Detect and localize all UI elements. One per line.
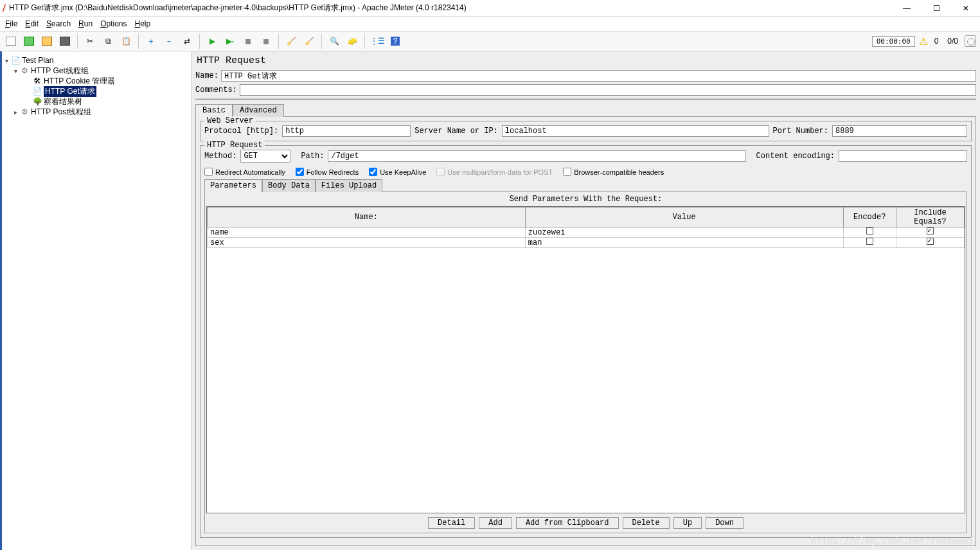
start-no-timers-icon[interactable]: ▶• — [223, 34, 237, 48]
collapse-icon[interactable]: － — [162, 34, 176, 48]
name-field[interactable] — [221, 70, 976, 82]
table-row[interactable]: sexman — [208, 238, 965, 248]
tab-advanced[interactable]: Advanced — [233, 104, 284, 117]
btn-add-from-clipboard[interactable]: Add from Clipboard — [516, 517, 619, 529]
tree-thread-group-get[interactable]: ▾⚙HTTP Get线程组 — [3, 66, 188, 76]
col-equals[interactable]: Include Equals? — [896, 208, 964, 227]
port-field[interactable] — [832, 125, 967, 137]
body-subtabs: Parameters Body Data Files Upload — [204, 179, 967, 191]
reset-search-icon[interactable]: 🧽 — [345, 34, 359, 48]
encoding-label: Content encoding: — [756, 152, 835, 161]
param-encode[interactable] — [843, 227, 896, 238]
path-field[interactable] — [328, 150, 745, 162]
chk-keepalive[interactable]: Use KeepAlive — [369, 168, 426, 176]
tab-basic-body: Web Server Protocol [http]: Server Name … — [195, 116, 976, 546]
menu-help[interactable]: Help — [135, 19, 151, 28]
paste-icon[interactable]: 📋 — [119, 34, 133, 48]
cut-icon[interactable]: ✂ — [83, 34, 97, 48]
config-tabs: Basic Advanced — [195, 103, 976, 116]
server-field[interactable] — [502, 125, 769, 137]
stop-icon[interactable]: ◼ — [241, 34, 255, 48]
table-row[interactable]: namezuozewei — [208, 227, 965, 238]
toggle-icon[interactable]: ⇄ — [180, 34, 194, 48]
divider — [195, 98, 976, 100]
server-label: Server Name or IP: — [414, 127, 498, 136]
function-helper-icon[interactable]: ⋮☰ — [370, 34, 384, 48]
window-titlebar: / HTTP Get请求.jmx (D:\BaiduNetdiskDownloa… — [0, 0, 980, 17]
warning-icon[interactable]: ⚠ — [919, 35, 928, 48]
method-select[interactable]: GET — [240, 150, 290, 163]
protocol-field[interactable] — [282, 125, 411, 137]
thread-indicator-icon — [965, 35, 976, 47]
close-button[interactable]: ✕ — [957, 2, 975, 15]
active-threads: 0/0 — [947, 37, 958, 46]
templates-icon[interactable] — [22, 34, 36, 48]
open-icon[interactable] — [40, 34, 54, 48]
btn-detail[interactable]: Detail — [428, 517, 475, 529]
toolbar: ✂ ⧉ 📋 ＋ － ⇄ ▶ ▶• ◼ ◼ 🧹 🧹 🔍 🧽 ⋮☰ ? 00:00:… — [0, 31, 980, 51]
clear-all-icon[interactable]: 🧹 — [302, 34, 316, 48]
tree-root[interactable]: ▾📄Test Plan — [3, 55, 188, 66]
param-encode[interactable] — [843, 238, 896, 248]
http-request-legend: HTTP Request — [204, 141, 265, 150]
col-value[interactable]: Value — [525, 208, 843, 227]
parameters-table[interactable]: Name: Value Encode? Include Equals? name… — [206, 206, 965, 513]
chk-redirect-auto[interactable]: Redirect Automatically — [204, 168, 285, 176]
subtab-parameters[interactable]: Parameters — [204, 179, 262, 192]
new-icon[interactable] — [4, 34, 18, 48]
save-icon[interactable] — [58, 34, 72, 48]
shutdown-icon[interactable]: ◼ — [259, 34, 273, 48]
param-equals[interactable] — [896, 238, 964, 248]
chk-multipart: Use multipart/form-data for POST — [436, 168, 553, 176]
minimize-button[interactable]: — — [898, 2, 916, 15]
btn-delete[interactable]: Delete — [623, 517, 670, 529]
method-label: Method: — [204, 152, 236, 161]
btn-up[interactable]: Up — [673, 517, 702, 529]
col-name[interactable]: Name: — [208, 208, 526, 227]
parameters-buttons: Detail Add Add from Clipboard Delete Up … — [205, 513, 967, 533]
menu-options[interactable]: Options — [100, 19, 127, 28]
btn-add[interactable]: Add — [479, 517, 512, 529]
chk-browser-headers[interactable]: Browser-compatible headers — [563, 168, 664, 176]
maximize-button[interactable]: ☐ — [927, 2, 945, 15]
tree-thread-group-post[interactable]: ▸⚙HTTP Post线程组 — [3, 107, 188, 117]
clear-icon[interactable]: 🧹 — [284, 34, 298, 48]
subtab-files-upload[interactable]: Files Upload — [316, 179, 382, 192]
menu-search[interactable]: Search — [46, 19, 71, 28]
start-icon[interactable]: ▶ — [205, 34, 219, 48]
param-name[interactable]: sex — [208, 238, 526, 248]
comments-field[interactable] — [240, 84, 976, 96]
param-value[interactable]: man — [525, 238, 843, 248]
param-name[interactable]: name — [208, 227, 526, 238]
parameters-panel: Send Parameters With the Request: Name: … — [204, 191, 967, 533]
menubar: File Edit Search Run Options Help — [0, 17, 980, 31]
tree-view-results-tree[interactable]: 🌳察看结果树 — [3, 96, 188, 107]
protocol-label: Protocol [http]: — [204, 127, 278, 136]
http-request-fieldset: HTTP Request Method: GET Path: Content e… — [200, 145, 972, 538]
menu-edit[interactable]: Edit — [25, 19, 39, 28]
tab-basic[interactable]: Basic — [195, 104, 233, 117]
editor-panel: HTTP Request Name: Comments: Basic Advan… — [192, 51, 980, 550]
subtab-body-data[interactable]: Body Data — [262, 179, 316, 192]
warning-count: 0 — [934, 37, 939, 46]
col-encode[interactable]: Encode? — [843, 208, 896, 227]
expand-icon[interactable]: ＋ — [144, 34, 158, 48]
tree-cookie-manager[interactable]: 🛠HTTP Cookie 管理器 — [3, 76, 188, 86]
test-plan-tree[interactable]: ▾📄Test Plan ▾⚙HTTP Get线程组 🛠HTTP Cookie 管… — [0, 51, 192, 550]
jmeter-logo-icon: / — [3, 3, 5, 13]
parameters-title: Send Parameters With the Request: — [205, 192, 967, 206]
path-label: Path: — [301, 152, 324, 161]
search-icon[interactable]: 🔍 — [327, 34, 341, 48]
chk-follow-redirects[interactable]: Follow Redirects — [296, 168, 359, 176]
panel-title: HTTP Request — [192, 51, 980, 69]
encoding-field[interactable] — [839, 150, 967, 162]
menu-run[interactable]: Run — [78, 19, 93, 28]
tree-http-get-request[interactable]: 📄HTTP Get请求 — [3, 86, 188, 96]
help-icon[interactable]: ? — [388, 34, 402, 48]
window-title: HTTP Get请求.jmx (D:\BaiduNetdiskDownload\… — [9, 3, 898, 13]
web-server-fieldset: Web Server Protocol [http]: Server Name … — [200, 121, 972, 141]
menu-file[interactable]: File — [5, 19, 17, 28]
param-value[interactable]: zuozewei — [525, 227, 843, 238]
copy-icon[interactable]: ⧉ — [101, 34, 115, 48]
btn-down[interactable]: Down — [706, 517, 744, 529]
